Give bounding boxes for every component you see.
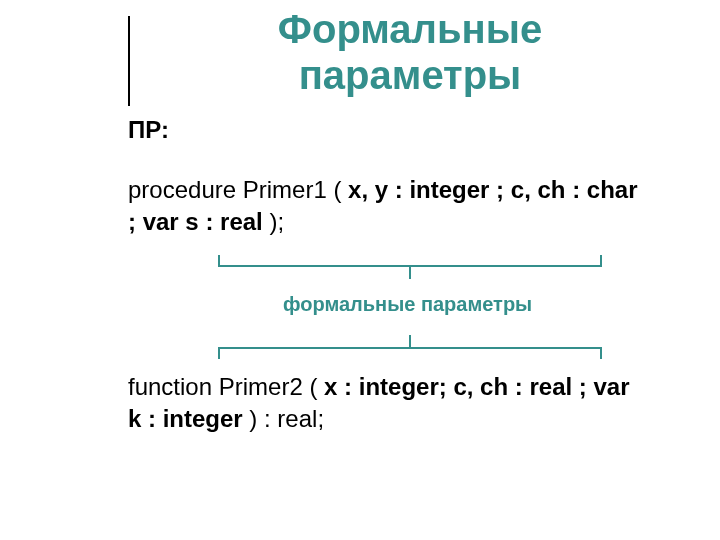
title-line2: параметры	[299, 53, 522, 97]
function-declaration: function Primer2 ( x : integer; c, ch : …	[128, 371, 648, 436]
proc-tail: );	[263, 208, 284, 235]
slide-body: ПР: procedure Primer1 ( x, y : integer ;…	[128, 116, 648, 448]
annotation-label: формальные параметры	[283, 293, 532, 316]
bracket-upper-stem	[409, 265, 411, 279]
example-label: ПР:	[128, 116, 648, 144]
slide-title: Формальные параметры	[150, 6, 670, 98]
bracket-lower-stem	[409, 335, 411, 349]
bracket-lower	[218, 347, 602, 359]
title-line1: Формальные	[278, 7, 542, 51]
procedure-declaration: procedure Primer1 ( x, y : integer ; c, …	[128, 174, 648, 239]
func-tail: ) : real;	[243, 405, 324, 432]
proc-keyword: procedure Primer1 (	[128, 176, 348, 203]
annotation-group: формальные параметры	[128, 251, 648, 371]
func-keyword: function Primer2 (	[128, 373, 324, 400]
vertical-rule	[128, 16, 130, 106]
slide: Формальные параметры ПР: procedure Prime…	[0, 0, 720, 540]
bracket-upper	[218, 255, 602, 267]
